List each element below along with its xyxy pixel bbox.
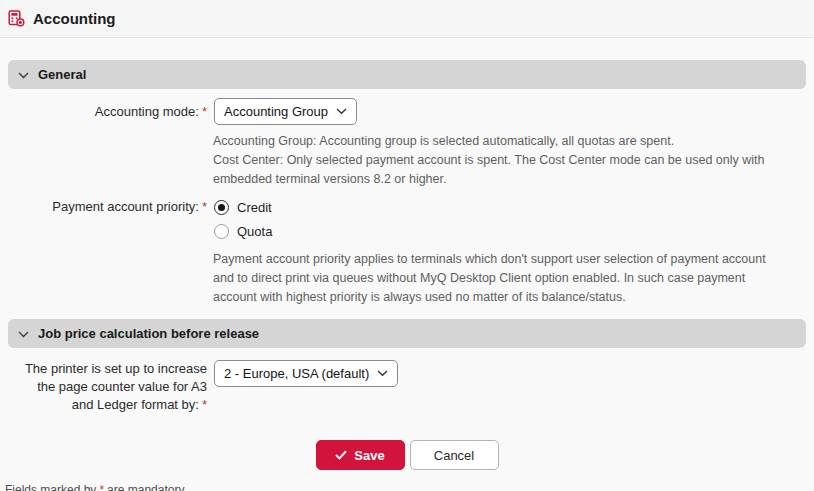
page-counter-row: The printer is set up to increase the pa… (8, 360, 806, 414)
required-asterisk: * (99, 483, 104, 491)
section-title-general: General (38, 67, 86, 82)
checkmark-icon (335, 450, 347, 460)
radio-credit-label: Credit (237, 200, 272, 215)
radio-quota-label: Quota (237, 224, 272, 239)
mandatory-fields-note: Fields marked by*are mandatory. (0, 483, 814, 491)
accounting-mode-value: Accounting Group (224, 104, 328, 119)
help-line: Payment account priority applies to term… (213, 250, 789, 307)
section-title-job-price: Job price calculation before release (38, 326, 259, 341)
help-line: Cost Center: Only selected payment accou… (213, 151, 789, 189)
chevron-down-icon (336, 108, 347, 115)
page-header: Accounting (0, 0, 814, 38)
accounting-mode-help: Accounting Group: Accounting group is se… (213, 132, 789, 189)
help-line: Accounting Group: Accounting group is se… (213, 132, 789, 151)
page-title: Accounting (33, 10, 116, 27)
accounting-mode-label: Accounting mode:* (8, 104, 207, 120)
required-asterisk: * (202, 104, 207, 119)
required-asterisk: * (202, 397, 207, 412)
radio-credit[interactable] (214, 200, 229, 215)
save-button[interactable]: Save (316, 440, 405, 470)
page-counter-label: The printer is set up to increase the pa… (8, 360, 207, 414)
chevron-down-icon (18, 331, 29, 338)
accounting-mode-select[interactable]: Accounting Group (214, 98, 357, 125)
radio-option-quota[interactable]: Quota (214, 224, 272, 239)
chevron-down-icon (18, 72, 29, 79)
radio-quota[interactable] (214, 224, 229, 239)
action-buttons: Save Cancel (8, 440, 806, 470)
chevron-down-icon (377, 370, 388, 377)
section-header-job-price[interactable]: Job price calculation before release (8, 319, 806, 348)
payment-priority-row: Payment account priority:* Credit Quota (8, 199, 806, 239)
payment-priority-label: Payment account priority:* (8, 199, 207, 214)
page-counter-select[interactable]: 2 - Europe, USA (default) (214, 360, 398, 387)
accounting-calculator-icon (8, 10, 25, 27)
cancel-button[interactable]: Cancel (410, 440, 499, 470)
page-counter-value: 2 - Europe, USA (default) (224, 366, 369, 381)
section-header-general[interactable]: General (8, 60, 806, 89)
payment-priority-radio-group: Credit Quota (214, 199, 272, 239)
payment-priority-help: Payment account priority applies to term… (213, 250, 789, 307)
accounting-mode-row: Accounting mode:* Accounting Group (8, 98, 806, 125)
required-asterisk: * (202, 199, 207, 214)
radio-option-credit[interactable]: Credit (214, 200, 272, 215)
